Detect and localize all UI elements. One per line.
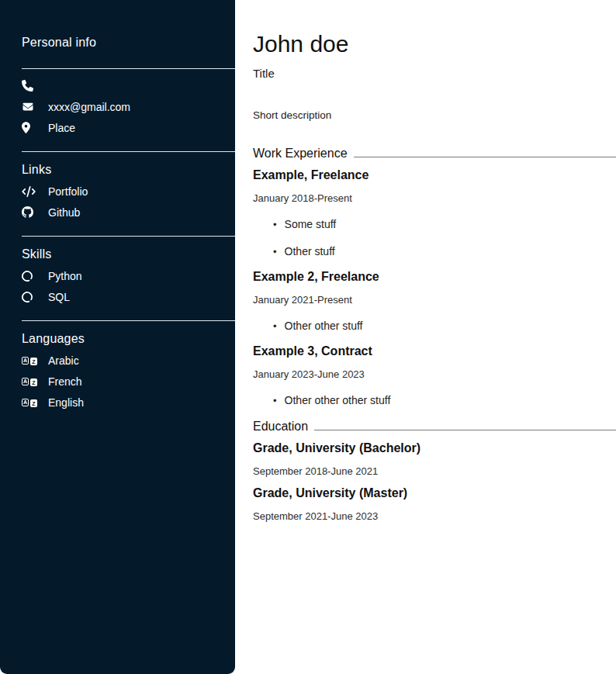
language-icon: AZ — [22, 355, 37, 365]
envelope-icon — [22, 102, 37, 112]
sidebar: Personal info xxxx@gmail.com Place Links — [0, 0, 235, 674]
divider — [22, 320, 235, 321]
education-entry: Grade, University (Master) September 202… — [253, 486, 616, 522]
heading-rule — [354, 157, 616, 157]
location-pin-icon — [22, 122, 37, 133]
language-row: AZ Arabic — [22, 350, 235, 371]
languages-heading: Languages — [22, 332, 235, 346]
language-icon: AZ — [22, 376, 37, 386]
resume-body: John doe Title Short description Work Ex… — [253, 0, 616, 522]
work-entry-date: January 2023-June 2023 — [253, 368, 616, 380]
work-entry-title: Example 2, Freelance — [253, 270, 616, 284]
work-entry-title: Example, Freelance — [253, 168, 616, 182]
work-entry-bullets: Some stuff Other stuff — [253, 218, 616, 258]
github-link-label[interactable]: Github — [48, 206, 80, 219]
work-entry-bullets: Other other stuff — [253, 320, 616, 332]
work-entry-title: Example 3, Contract — [253, 344, 616, 358]
language-label: English — [48, 396, 84, 409]
contact-list: xxxx@gmail.com Place — [0, 75, 235, 138]
work-entry-bullets: Other other other stuff — [253, 394, 616, 406]
skill-label: SQL — [48, 291, 70, 303]
language-label: Arabic — [48, 354, 79, 367]
language-row: AZ English — [22, 392, 235, 413]
work-experience-section: Example, Freelance January 2018-Present … — [253, 168, 616, 406]
place-label: Place — [48, 122, 75, 134]
skills-list: Python SQL — [0, 265, 235, 307]
link-row-portfolio[interactable]: Portfolio — [22, 181, 235, 202]
divider — [22, 236, 235, 237]
work-entry: Example 2, Freelance January 2021-Presen… — [253, 270, 616, 332]
code-icon — [22, 186, 37, 197]
divider — [22, 68, 235, 69]
bullet-item: Other other stuff — [273, 320, 616, 332]
education-entry-date: September 2021-June 2023 — [253, 510, 616, 522]
language-row: AZ French — [22, 371, 235, 392]
education-entry: Grade, University (Bachelor) September 2… — [253, 441, 616, 477]
bullet-item: Other other other stuff — [273, 394, 616, 406]
education-entry-title: Grade, University (Bachelor) — [253, 441, 616, 455]
short-description: Short description — [253, 109, 616, 121]
person-title: Title — [253, 67, 616, 80]
education-heading: Education — [253, 420, 616, 434]
heading-rule — [314, 430, 616, 430]
work-experience-heading: Work Experience — [253, 147, 616, 161]
work-entry-date: January 2018-Present — [253, 192, 616, 204]
links-list: Portfolio Github — [0, 181, 235, 223]
circle-notch-icon — [22, 271, 37, 282]
person-name: John doe — [253, 31, 616, 57]
email-link[interactable]: xxxx@gmail.com — [48, 101, 130, 113]
contact-row-place: Place — [22, 117, 235, 138]
contact-row-email: xxxx@gmail.com — [22, 96, 235, 117]
language-icon: AZ — [22, 397, 37, 407]
phone-icon — [22, 80, 37, 92]
education-entry-date: September 2018-June 2021 — [253, 465, 616, 477]
circle-notch-icon — [22, 292, 37, 302]
github-icon — [22, 206, 37, 218]
bullet-item: Other stuff — [273, 245, 616, 258]
skill-label: Python — [48, 270, 82, 282]
skills-heading: Skills — [22, 247, 235, 261]
personal-info-heading: Personal info — [22, 36, 235, 50]
work-entry-date: January 2021-Present — [253, 294, 616, 306]
bullet-item: Some stuff — [273, 218, 616, 230]
link-row-github[interactable]: Github — [22, 202, 235, 223]
links-heading: Links — [22, 163, 235, 177]
work-entry: Example 3, Contract January 2023-June 20… — [253, 344, 616, 406]
skill-row: Python — [22, 265, 235, 286]
skill-row: SQL — [22, 286, 235, 307]
portfolio-link-label[interactable]: Portfolio — [48, 185, 88, 198]
language-label: French — [48, 375, 82, 388]
work-entry: Example, Freelance January 2018-Present … — [253, 168, 616, 258]
education-section: Grade, University (Bachelor) September 2… — [253, 441, 616, 522]
contact-row-phone — [22, 75, 235, 96]
divider — [22, 151, 235, 152]
education-entry-title: Grade, University (Master) — [253, 486, 616, 500]
languages-list: AZ Arabic AZ French AZ English — [0, 350, 235, 413]
